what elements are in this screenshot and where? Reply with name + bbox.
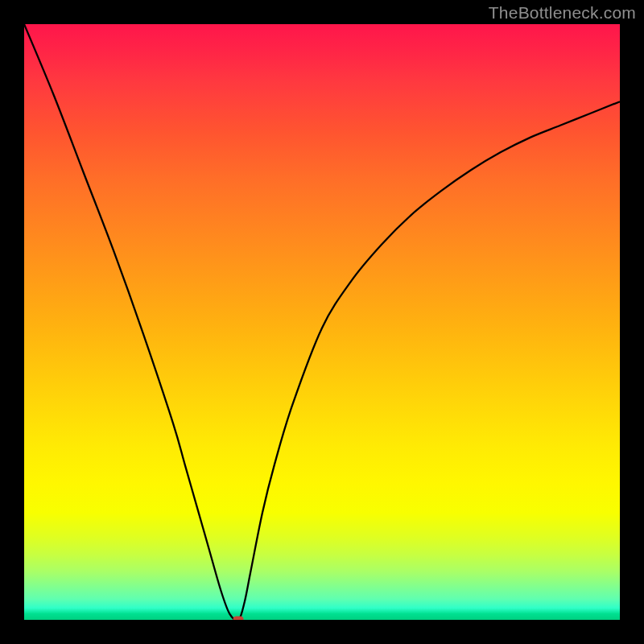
bottleneck-curve-path: [24, 24, 620, 620]
chart-frame: TheBottleneck.com: [0, 0, 644, 644]
plot-area: [24, 24, 620, 620]
curve-svg: [24, 24, 620, 620]
minimum-marker: [233, 617, 244, 621]
watermark-text: TheBottleneck.com: [489, 3, 636, 23]
